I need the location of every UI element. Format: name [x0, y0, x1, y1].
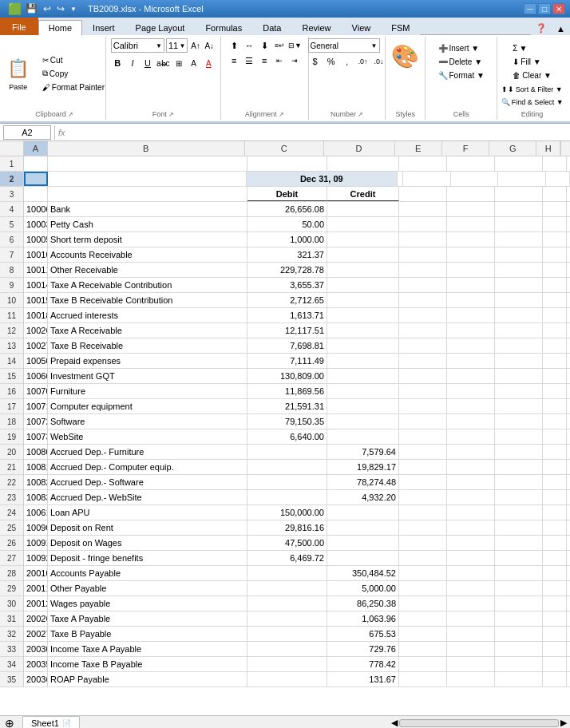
- cell-e31[interactable]: [399, 611, 447, 626]
- cell-c2[interactable]: Dec 31, 09: [247, 172, 398, 186]
- cell-c15[interactable]: 130,809.00: [247, 369, 327, 383]
- find-select-btn[interactable]: 🔍 Find & Select ▼: [497, 96, 568, 109]
- cell-a11[interactable]: 10018: [24, 308, 48, 322]
- font-name-dropdown[interactable]: Calibri ▼: [111, 38, 164, 53]
- cell-d26[interactable]: [327, 536, 399, 550]
- cut-button[interactable]: ✂ Cut: [38, 53, 109, 66]
- row-num[interactable]: 16: [0, 384, 24, 398]
- cell-e1[interactable]: [399, 156, 447, 171]
- cell-b29[interactable]: Other Payable: [48, 581, 247, 595]
- cell-h2[interactable]: [546, 172, 570, 186]
- cell-e26[interactable]: [399, 536, 447, 550]
- cell-g18[interactable]: [495, 414, 543, 429]
- cell-e35[interactable]: [399, 672, 447, 686]
- sheet-tab-sheet1[interactable]: Sheet1 📄: [22, 716, 80, 729]
- row-num[interactable]: 32: [0, 627, 24, 641]
- cell-a18[interactable]: 10072: [24, 414, 48, 429]
- font-color-btn[interactable]: A: [202, 56, 216, 70]
- cell-c31[interactable]: [247, 611, 327, 626]
- cell-b19[interactable]: WebSite: [48, 429, 247, 444]
- cell-g11[interactable]: [495, 308, 543, 322]
- cell-f15[interactable]: [447, 369, 495, 383]
- cell-d28[interactable]: 350,484.52: [327, 566, 399, 580]
- cell-e15[interactable]: [399, 369, 447, 383]
- cell-b34[interactable]: Income Taxe B Payable: [48, 657, 247, 671]
- decrease-font-btn[interactable]: A↓: [204, 38, 216, 53]
- row-num[interactable]: 21: [0, 460, 24, 474]
- cell-e11[interactable]: [399, 308, 447, 322]
- cell-c33[interactable]: [247, 642, 327, 656]
- cell-b5[interactable]: Petty Cash: [48, 217, 247, 231]
- cell-e30[interactable]: [399, 596, 447, 611]
- row-num[interactable]: 19: [0, 429, 24, 444]
- cell-h13[interactable]: [543, 338, 567, 353]
- cell-d16[interactable]: [327, 384, 399, 398]
- cell-h3[interactable]: [543, 187, 567, 201]
- scroll-left-btn[interactable]: ◀: [391, 718, 398, 728]
- cell-a21[interactable]: 10081: [24, 460, 48, 474]
- tab-formulas[interactable]: Formulas: [195, 19, 252, 35]
- cell-e34[interactable]: [399, 657, 447, 671]
- align-top-btn[interactable]: ⬆: [227, 38, 241, 53]
- cell-h35[interactable]: [543, 672, 567, 686]
- cell-e18[interactable]: [399, 414, 447, 429]
- cell-c29[interactable]: [247, 581, 327, 595]
- font-expand-icon[interactable]: ↗: [168, 111, 174, 118]
- cell-a34[interactable]: 20035: [24, 657, 48, 671]
- cell-d15[interactable]: [327, 369, 399, 383]
- cell-h23[interactable]: [543, 490, 567, 504]
- cell-d31[interactable]: 1,063.96: [327, 611, 399, 626]
- cell-a23[interactable]: 10083: [24, 490, 48, 504]
- cell-c17[interactable]: 21,591.31: [247, 399, 327, 413]
- cell-f23[interactable]: [447, 490, 495, 504]
- cell-g23[interactable]: [495, 490, 543, 504]
- cell-f33[interactable]: [447, 642, 495, 656]
- fill-btn[interactable]: ⬇ Fill ▼: [509, 55, 556, 68]
- minimize-btn[interactable]: ─: [524, 3, 536, 14]
- cell-g28[interactable]: [495, 566, 543, 580]
- cell-h8[interactable]: [543, 263, 567, 277]
- cell-g4[interactable]: [495, 202, 543, 216]
- cell-g26[interactable]: [495, 536, 543, 550]
- cell-d19[interactable]: [327, 429, 399, 444]
- cell-f17[interactable]: [447, 399, 495, 413]
- redo-qat-btn[interactable]: ↪: [55, 2, 66, 16]
- cell-h29[interactable]: [543, 581, 567, 595]
- cell-g35[interactable]: [495, 672, 543, 686]
- cell-d20[interactable]: 7,579.64: [327, 445, 399, 459]
- help-icon[interactable]: ❓: [531, 22, 552, 35]
- cell-c12[interactable]: 12,117.51: [247, 323, 327, 338]
- row-num[interactable]: 12: [0, 323, 24, 338]
- cell-f16[interactable]: [447, 384, 495, 398]
- cell-h32[interactable]: [543, 627, 567, 641]
- autosum-btn[interactable]: Σ ▼: [509, 42, 556, 54]
- cell-e20[interactable]: [399, 445, 447, 459]
- cell-a9[interactable]: 10014: [24, 278, 48, 292]
- cell-g20[interactable]: [495, 445, 543, 459]
- cell-b3[interactable]: [48, 187, 247, 201]
- cell-f22[interactable]: [447, 475, 495, 489]
- h-scroll-track[interactable]: [399, 719, 559, 727]
- cell-g8[interactable]: [495, 263, 543, 277]
- cell-d35[interactable]: 131.67: [327, 672, 399, 686]
- cell-g30[interactable]: [495, 596, 543, 611]
- row-num[interactable]: 8: [0, 263, 24, 277]
- cell-c19[interactable]: 6,640.00: [247, 429, 327, 444]
- cell-a6[interactable]: 10005: [24, 232, 48, 247]
- undo-qat-btn[interactable]: ↩: [42, 2, 53, 16]
- cell-g17[interactable]: [495, 399, 543, 413]
- cell-d22[interactable]: 78,274.48: [327, 475, 399, 489]
- tab-page-layout[interactable]: Page Layout: [125, 19, 196, 35]
- format-painter-button[interactable]: 🖌 Format Painter: [38, 81, 109, 93]
- cell-f26[interactable]: [447, 536, 495, 550]
- cell-d29[interactable]: 5,000.00: [327, 581, 399, 595]
- cell-f32[interactable]: [447, 627, 495, 641]
- col-header-f[interactable]: F: [442, 141, 489, 156]
- cell-f2[interactable]: [451, 172, 499, 186]
- cell-d14[interactable]: [327, 354, 399, 368]
- cell-g33[interactable]: [495, 642, 543, 656]
- cell-b23[interactable]: Accrued Dep.- WebSite: [48, 490, 247, 504]
- row-num[interactable]: 22: [0, 475, 24, 489]
- cell-a15[interactable]: 10060: [24, 369, 48, 383]
- cell-h7[interactable]: [543, 247, 567, 262]
